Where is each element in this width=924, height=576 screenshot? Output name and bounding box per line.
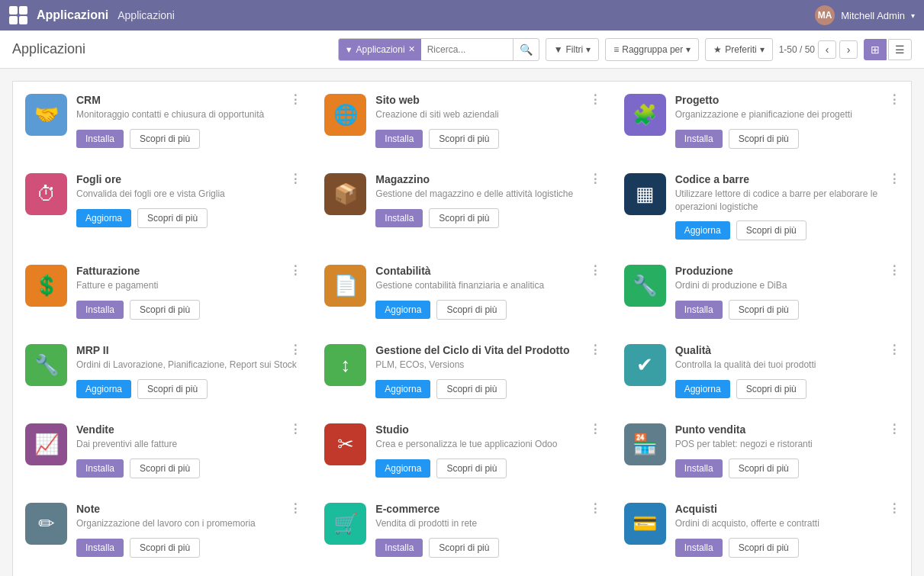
app-info-inventory: Magazzino Gestione del magazzino e delle…: [375, 173, 599, 228]
app-menu-sales[interactable]: ⋮: [289, 422, 303, 436]
app-action-button-crm[interactable]: Installa: [76, 130, 124, 148]
app-menu-accounting[interactable]: ⋮: [589, 263, 603, 278]
app-menu-pos[interactable]: ⋮: [888, 422, 902, 436]
app-more-button-crm[interactable]: Scopri di più: [130, 129, 200, 149]
topbar-nav[interactable]: Applicazioni: [118, 9, 175, 21]
app-menu-website[interactable]: ⋮: [589, 92, 603, 107]
group-button[interactable]: ≡ Raggruppa per ▾: [605, 38, 699, 61]
app-action-button-manufacturing[interactable]: Installa: [675, 301, 723, 319]
app-name-purchase: Acquisti: [675, 503, 899, 515]
app-menu-barcode[interactable]: ⋮: [888, 172, 902, 186]
favorites-button[interactable]: ★ Preferiti ▾: [705, 38, 772, 61]
view-toggle: ⊞ ☰: [864, 39, 912, 60]
app-more-button-purchase[interactable]: Scopri di più: [729, 538, 799, 558]
app-menu-crm[interactable]: ⋮: [289, 92, 303, 107]
app-more-button-mrp[interactable]: Scopri di più: [137, 379, 208, 399]
app-desc-project: Organizzazione e pianificazione dei prog…: [675, 108, 899, 121]
app-action-button-notes[interactable]: Installa: [76, 539, 124, 557]
app-icon-website: 🌐: [324, 94, 366, 136]
app-actions-mrp: Aggiorna Scopri di più: [76, 379, 300, 399]
app-card-sales: ⋮ 📈 Vendite Dai preventivi alle fatture …: [13, 411, 312, 491]
app-action-button-ecommerce[interactable]: Installa: [375, 539, 423, 557]
app-menu-purchase[interactable]: ⋮: [888, 501, 902, 516]
app-menu-plm[interactable]: ⋮: [589, 343, 603, 357]
app-action-button-plm[interactable]: Aggiorna: [375, 380, 430, 398]
app-action-button-quality[interactable]: Aggiorna: [675, 380, 730, 398]
filter-button[interactable]: ▼ Filtri ▾: [546, 38, 600, 61]
app-desc-ecommerce: Vendita di prodotti in rete: [375, 517, 599, 530]
app-name-quality: Qualità: [675, 344, 899, 356]
app-desc-plm: PLM, ECOs, Versions: [375, 359, 599, 372]
app-more-button-barcode[interactable]: Scopri di più: [736, 220, 806, 240]
app-more-button-sales[interactable]: Scopri di più: [130, 459, 200, 478]
grid-view-button[interactable]: ⊞: [864, 39, 887, 60]
user-menu[interactable]: Mitchell Admin: [841, 10, 905, 21]
app-info-mrp: MRP II Ordini di Lavorazione, Pianificaz…: [76, 344, 300, 399]
app-action-button-project[interactable]: Installa: [675, 130, 723, 148]
app-action-button-invoicing[interactable]: Installa: [76, 301, 124, 319]
app-name-project: Progetto: [675, 94, 899, 106]
app-icon-accounting: 📄: [324, 265, 366, 307]
app-icon-purchase: 💳: [624, 503, 666, 545]
app-menu-studio[interactable]: ⋮: [589, 422, 603, 436]
app-menu-invoicing[interactable]: ⋮: [289, 263, 303, 278]
app-menu-quality[interactable]: ⋮: [888, 343, 902, 357]
app-action-button-accounting[interactable]: Aggiorna: [375, 301, 430, 319]
app-more-button-manufacturing[interactable]: Scopri di più: [729, 300, 799, 320]
app-more-button-invoicing[interactable]: Scopri di più: [130, 300, 200, 320]
next-page-button[interactable]: ›: [839, 40, 858, 59]
search-button[interactable]: 🔍: [513, 39, 539, 60]
app-action-button-mrp[interactable]: Aggiorna: [76, 380, 131, 398]
app-more-button-notes[interactable]: Scopri di più: [130, 538, 200, 558]
app-icon-project: 🧩: [624, 94, 666, 136]
app-card-accounting: ⋮ 📄 Contabilità Gestione contabilità fin…: [312, 253, 611, 332]
app-desc-barcode: Utilizzare lettore di codice a barre per…: [675, 188, 899, 214]
app-more-button-inventory[interactable]: Scopri di più: [429, 208, 499, 228]
app-more-button-studio[interactable]: Scopri di più: [436, 459, 507, 478]
app-info-website: Sito web Creazione di siti web aziendali…: [375, 94, 599, 149]
app-action-button-inventory[interactable]: Installa: [375, 209, 423, 227]
pagination-text: 1-50 / 50: [779, 44, 815, 55]
app-card-studio: ⋮ ✂ Studio Crea e personalizza le tue ap…: [312, 411, 611, 491]
app-more-button-ecommerce[interactable]: Scopri di più: [429, 538, 499, 558]
app-more-button-timesheets[interactable]: Scopri di più: [137, 208, 208, 228]
app-action-button-website[interactable]: Installa: [375, 130, 423, 148]
app-more-button-website[interactable]: Scopri di più: [429, 129, 499, 149]
app-name-barcode: Codice a barre: [675, 173, 899, 185]
app-menu-timesheets[interactable]: ⋮: [289, 172, 303, 186]
app-info-ecommerce: E-commerce Vendita di prodotti in rete I…: [375, 503, 599, 558]
app-action-button-timesheets[interactable]: Aggiorna: [76, 209, 131, 227]
app-actions-manufacturing: Installa Scopri di più: [675, 300, 899, 320]
app-menu-mrp[interactable]: ⋮: [289, 343, 303, 357]
app-desc-inventory: Gestione del magazzino e delle attività …: [375, 188, 599, 201]
app-action-button-studio[interactable]: Aggiorna: [375, 459, 430, 478]
app-desc-quality: Controlla la qualità dei tuoi prodotti: [675, 359, 899, 372]
app-menu-project[interactable]: ⋮: [888, 92, 902, 107]
app-more-button-accounting[interactable]: Scopri di più: [436, 300, 507, 320]
app-more-button-quality[interactable]: Scopri di più: [736, 379, 806, 399]
app-menu-manufacturing[interactable]: ⋮: [888, 263, 902, 278]
list-view-button[interactable]: ☰: [888, 39, 912, 60]
app-desc-timesheets: Convalida dei fogli ore e vista Griglia: [76, 188, 300, 201]
app-info-project: Progetto Organizzazione e pianificazione…: [675, 94, 899, 149]
prev-page-button[interactable]: ‹: [818, 40, 836, 59]
app-more-button-pos[interactable]: Scopri di più: [729, 459, 799, 478]
app-more-button-project[interactable]: Scopri di più: [729, 129, 799, 149]
page-title: Applicazioni: [12, 41, 85, 57]
app-actions-studio: Aggiorna Scopri di più: [375, 459, 599, 478]
search-input[interactable]: [421, 44, 513, 55]
search-tag-close[interactable]: ✕: [408, 44, 415, 54]
app-icon-quality: ✔: [624, 344, 666, 386]
app-more-button-plm[interactable]: Scopri di più: [436, 379, 507, 399]
app-menu-notes[interactable]: ⋮: [289, 501, 303, 516]
app-icon-plm: ↕: [324, 344, 366, 386]
app-menu-ecommerce[interactable]: ⋮: [589, 501, 603, 516]
app-action-button-pos[interactable]: Installa: [675, 459, 723, 478]
app-menu-inventory[interactable]: ⋮: [589, 172, 603, 186]
app-action-button-purchase[interactable]: Installa: [675, 539, 723, 557]
search-tag[interactable]: ▼ Applicazioni ✕: [339, 39, 421, 60]
app-info-invoicing: Fatturazione Fatture e pagamenti Install…: [76, 265, 300, 320]
app-action-button-sales[interactable]: Installa: [76, 459, 124, 478]
app-action-button-barcode[interactable]: Aggiorna: [675, 221, 730, 240]
user-menu-caret[interactable]: ▾: [911, 11, 915, 20]
